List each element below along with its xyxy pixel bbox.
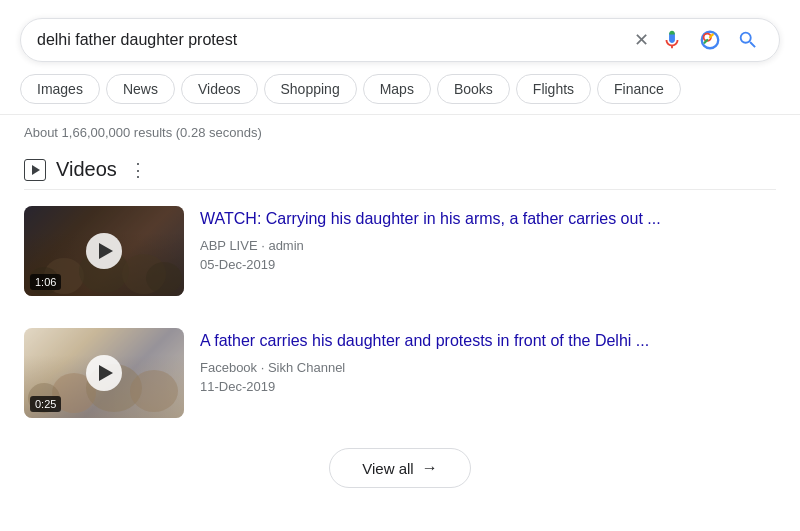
arrow-icon: → <box>422 459 438 477</box>
tab-books[interactable]: Books <box>437 74 510 104</box>
duration-badge-1: 1:06 <box>30 274 61 290</box>
video-info-1: WATCH: Carrying his daughter in his arms… <box>200 206 776 272</box>
video-thumbnail-1[interactable]: 1:06 <box>24 206 184 296</box>
tab-news[interactable]: News <box>106 74 175 104</box>
video-source-1: ABP LIVE · admin <box>200 238 776 253</box>
search-input[interactable] <box>37 31 626 49</box>
clear-icon[interactable]: ✕ <box>634 29 649 51</box>
duration-badge-2: 0:25 <box>30 396 61 412</box>
svg-point-7 <box>146 262 182 294</box>
view-all-container: View all → <box>0 434 800 508</box>
tab-videos[interactable]: Videos <box>181 74 258 104</box>
section-menu-icon[interactable]: ⋮ <box>129 159 148 181</box>
video-result-1: 1:06 WATCH: Carrying his daughter in his… <box>0 190 800 312</box>
tab-images[interactable]: Images <box>20 74 100 104</box>
video-section-icon <box>24 159 46 181</box>
video-info-2: A father carries his daughter and protes… <box>200 328 776 394</box>
play-triangle-1 <box>99 243 113 259</box>
video-date-2: 11-Dec-2019 <box>200 379 776 394</box>
mic-button[interactable] <box>657 29 687 51</box>
play-button-2[interactable] <box>86 355 122 391</box>
video-source-2: Facebook · Sikh Channel <box>200 360 776 375</box>
tab-finance[interactable]: Finance <box>597 74 681 104</box>
section-header: Videos ⋮ <box>0 148 800 189</box>
search-icon <box>737 29 759 51</box>
tab-shopping[interactable]: Shopping <box>264 74 357 104</box>
lens-icon <box>699 29 721 51</box>
search-bar: ✕ <box>20 18 780 62</box>
svg-point-11 <box>130 370 178 412</box>
lens-button[interactable] <box>695 29 725 51</box>
video-thumbnail-2[interactable]: 0:25 <box>24 328 184 418</box>
play-button-1[interactable] <box>86 233 122 269</box>
play-triangle-2 <box>99 365 113 381</box>
video-title-2[interactable]: A father carries his daughter and protes… <box>200 330 776 352</box>
view-all-label: View all <box>362 460 413 477</box>
mic-icon <box>661 29 683 51</box>
view-all-button[interactable]: View all → <box>329 448 470 488</box>
search-bar-container: ✕ <box>0 0 800 74</box>
filter-tabs: Images News Videos Shopping Maps Books F… <box>0 74 800 115</box>
section-title: Videos <box>56 158 117 181</box>
video-date-1: 05-Dec-2019 <box>200 257 776 272</box>
video-title-1[interactable]: WATCH: Carrying his daughter in his arms… <box>200 208 776 230</box>
tab-maps[interactable]: Maps <box>363 74 431 104</box>
search-submit-button[interactable] <box>733 29 763 51</box>
video-result-2: 0:25 A father carries his daughter and p… <box>0 312 800 434</box>
play-icon <box>32 165 40 175</box>
tab-flights[interactable]: Flights <box>516 74 591 104</box>
results-info: About 1,66,00,000 results (0.28 seconds) <box>0 115 800 148</box>
